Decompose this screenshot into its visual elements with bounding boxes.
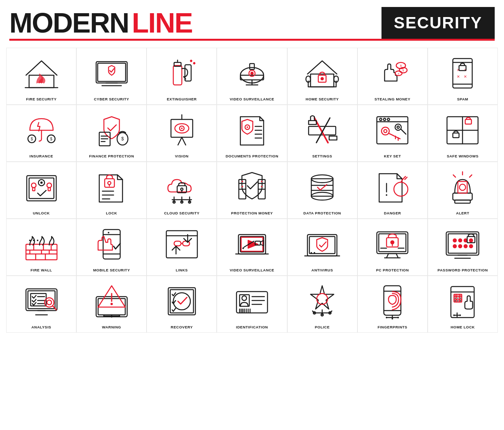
svg-point-90	[47, 183, 52, 188]
svg-point-252	[386, 317, 387, 318]
svg-rect-66	[309, 121, 316, 124]
svg-point-227	[242, 296, 247, 300]
police-label: POLICE	[315, 325, 330, 329]
header-line: LINE	[132, 7, 192, 39]
fire-security-label: FIRE SECURITY	[26, 97, 57, 101]
icon-cell-home-lock: HOME LOCK	[428, 276, 498, 333]
home-lock-label: HOME LOCK	[450, 325, 475, 329]
svg-marker-171	[242, 247, 244, 249]
svg-point-56	[181, 128, 183, 129]
protection-money-icon	[231, 166, 273, 209]
documents-protection-icon	[231, 109, 273, 152]
svg-line-80	[401, 129, 406, 134]
icon-cell-insurance: $ $ INSURANCE	[6, 105, 76, 162]
insurance-label: INSURANCE	[29, 154, 53, 158]
svg-point-93	[40, 181, 43, 184]
settings-label: SETTINGS	[312, 154, 332, 158]
svg-text:$: $	[400, 64, 402, 67]
svg-point-125	[394, 182, 408, 196]
danger-icon	[371, 166, 414, 209]
extinguisher-label: EXTINGUISHER	[167, 97, 197, 101]
svg-point-151	[37, 240, 38, 241]
icon-cell-protection-money: PROTECTION MONEY	[217, 162, 287, 219]
svg-text:$: $	[31, 137, 33, 141]
svg-rect-16	[250, 64, 254, 69]
icon-cell-documents-protection: DOCUMENTS PROTECTION	[217, 105, 287, 162]
icon-cell-pc-protection: PC PROTECTION	[357, 219, 428, 276]
svg-line-127	[403, 176, 406, 179]
svg-point-175	[311, 252, 312, 254]
icon-cell-links: LINKS	[147, 219, 217, 276]
icon-cell-warning: WARNING	[76, 276, 147, 333]
pc-protection-icon	[371, 223, 414, 266]
icon-cell-antivirus: ANTIVIRUS	[287, 219, 357, 276]
header-title: MODERN LINE	[9, 7, 381, 39]
identification-icon	[231, 280, 273, 323]
spam-label: SPAM	[457, 97, 468, 101]
analysis-icon	[20, 280, 63, 323]
svg-point-254	[397, 317, 399, 318]
icon-cell-extinguisher: EXTINGUISHER	[147, 48, 217, 105]
icon-cell-settings: SETTINGS	[287, 105, 357, 162]
svg-line-52	[182, 137, 186, 145]
svg-rect-84	[465, 119, 471, 124]
antivirus-label: ANTIVIRUS	[311, 268, 333, 272]
key-set-icon	[371, 109, 414, 152]
svg-point-270	[460, 300, 461, 302]
svg-point-134	[459, 184, 466, 190]
svg-point-253	[392, 318, 393, 319]
safe-windows-label: SAFE WINDOWS	[447, 154, 478, 158]
svg-point-88	[31, 183, 36, 188]
alert-label: ALERT	[456, 211, 469, 215]
home-security-label: HOME SECURITY	[306, 97, 339, 101]
svg-point-220	[111, 316, 112, 318]
icon-cell-video-surveillance-1: VIDEO SURVEILLANCE	[217, 48, 287, 105]
svg-line-51	[178, 137, 182, 145]
svg-point-149	[29, 240, 31, 241]
svg-point-221	[119, 315, 120, 317]
password-protection-icon	[441, 223, 484, 266]
svg-rect-67	[329, 136, 337, 140]
icon-cell-mobile-security: MOBILE SECURITY	[76, 219, 147, 276]
header-modern: MODERN	[9, 7, 129, 39]
fingerprints-icon	[371, 280, 414, 323]
settings-icon	[301, 109, 343, 152]
svg-point-274	[459, 314, 461, 316]
svg-point-73	[381, 127, 389, 135]
svg-point-219	[103, 315, 105, 317]
cloud-security-label: CLOUD SECURITY	[164, 211, 199, 215]
finance-protection-icon: $	[90, 109, 133, 152]
svg-point-196	[453, 245, 456, 248]
red-bar	[9, 39, 495, 41]
unlock-label: UNLOCK	[33, 211, 50, 215]
vision-icon	[161, 109, 203, 152]
police-icon	[301, 280, 343, 323]
svg-marker-238	[311, 286, 334, 309]
icon-cell-stealing-money: $ $ $ STEALING MONEY	[357, 48, 428, 105]
svg-marker-169	[261, 240, 264, 246]
svg-point-79	[397, 126, 399, 128]
svg-point-114	[242, 186, 243, 187]
data-protection-icon	[301, 166, 343, 209]
finance-protection-label: FINANCE PROTECTION	[89, 154, 134, 158]
svg-line-245	[312, 311, 314, 313]
svg-line-136	[453, 175, 456, 177]
svg-point-273	[453, 314, 455, 316]
svg-text:$: $	[402, 69, 404, 72]
video-surveillance-1-label: VIDEO SURVEILLANCE	[230, 97, 274, 101]
icon-cell-data-protection: DATA PROTECTION	[287, 162, 357, 219]
cloud-security-icon	[161, 166, 203, 209]
icon-cell-unlock: UNLOCK	[6, 162, 76, 219]
links-icon	[161, 223, 203, 266]
icon-cell-cloud-security: CLOUD SECURITY	[147, 162, 217, 219]
icon-cell-analysis: ANALYSIS	[6, 276, 76, 333]
fire-security-icon	[20, 52, 63, 95]
alert-icon	[441, 166, 484, 209]
svg-point-118	[261, 181, 262, 182]
svg-point-262	[455, 295, 456, 296]
svg-point-210	[47, 300, 52, 305]
svg-point-70	[380, 118, 382, 121]
svg-rect-156	[166, 231, 197, 258]
svg-line-137	[469, 175, 472, 177]
protection-money-label: PROTECTION MONEY	[231, 211, 273, 215]
